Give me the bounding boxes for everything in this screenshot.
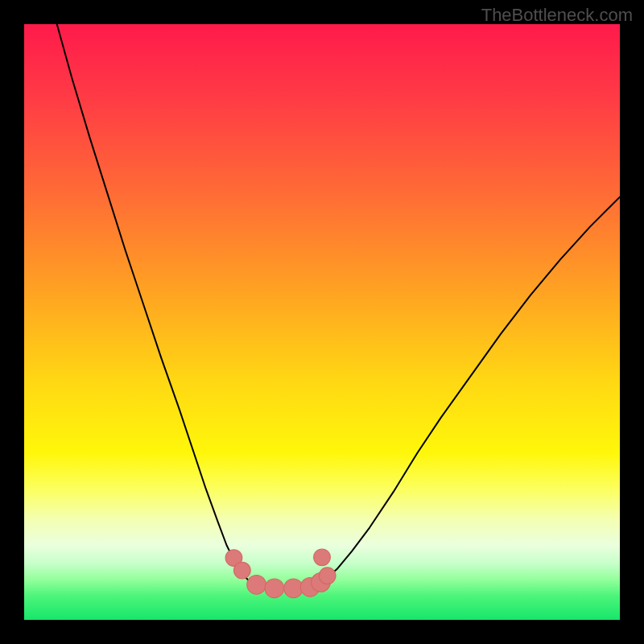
marker-point (247, 576, 266, 595)
plot-area (24, 24, 620, 620)
marker-point (265, 579, 284, 598)
marker-point (233, 562, 250, 579)
marker-points (24, 24, 620, 620)
chart-frame: TheBottleneck.com (0, 0, 644, 644)
marker-point (319, 568, 336, 584)
watermark-text: TheBottleneck.com (481, 5, 633, 26)
marker-point (314, 549, 331, 566)
marker-point (284, 579, 303, 598)
